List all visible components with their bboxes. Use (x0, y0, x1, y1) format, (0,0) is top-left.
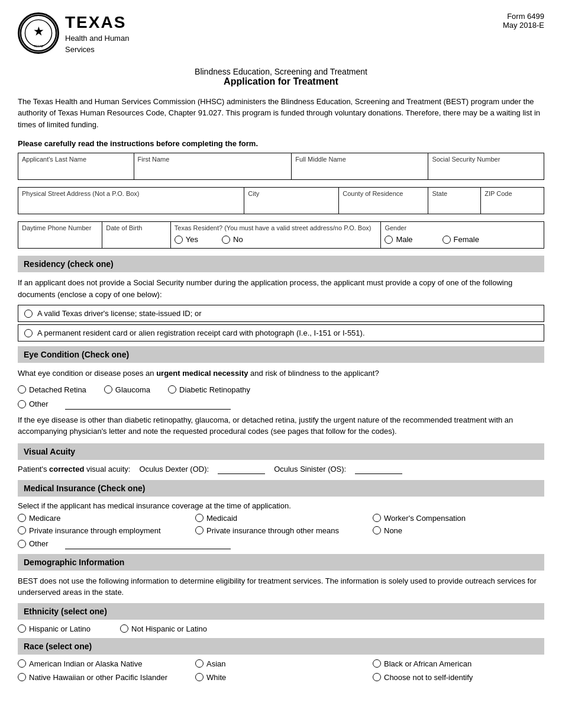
insurance-other-row: Other (18, 539, 544, 549)
phone-value[interactable] (22, 233, 98, 246)
yes-label: Yes (186, 235, 198, 244)
residency-option2-radio[interactable] (24, 329, 33, 337)
eye-condition-options-row: Detached Retina Glaucoma Diabetic Retino… (18, 385, 544, 394)
middle-name-value[interactable] (295, 164, 424, 177)
medicaid-circle (195, 514, 204, 522)
county-value[interactable] (343, 198, 424, 211)
address-row-table: Physical Street Address (Not a P.O. Box)… (18, 187, 544, 214)
native-hawaiian-radio[interactable]: Native Hawaiian or other Pacific Islande… (18, 673, 177, 682)
diabetic-retinopathy-label: Diabetic Retinopathy (179, 385, 250, 394)
last-name-value[interactable] (22, 164, 130, 177)
dob-value[interactable] (106, 233, 167, 246)
eye-other-label: Other (29, 400, 49, 408)
yes-radio[interactable]: Yes (175, 235, 198, 244)
resident-label: Texas Resident? (You must have a valid s… (175, 224, 377, 231)
os-value[interactable] (355, 465, 402, 474)
form-date: May 2018-E (503, 21, 544, 30)
insurance-other-label: Other (29, 539, 49, 548)
black-african-circle (373, 659, 381, 668)
female-label: Female (454, 235, 479, 244)
residency-section-header: Residency (check one) (18, 256, 544, 272)
private-employment-circle (18, 526, 26, 534)
form-title-line2: Application for Treatment (18, 76, 544, 87)
medicaid-radio[interactable]: Medicaid (195, 514, 355, 523)
ethnicity-section-header: Ethnicity (select one) (18, 603, 544, 620)
eye-condition-footnote: If the eye disease is other than diabeti… (18, 414, 544, 437)
svg-text:★: ★ (33, 25, 44, 38)
insurance-other-line (65, 539, 231, 549)
first-name-value[interactable] (138, 164, 288, 177)
black-african-label: Black or African American (384, 659, 471, 668)
female-radio[interactable]: Female (443, 235, 479, 244)
org-name: TEXAS (65, 12, 129, 33)
private-other-circle (195, 526, 204, 534)
no-radio[interactable]: No (222, 235, 243, 244)
state-label: State (432, 190, 477, 197)
none-label: None (384, 526, 402, 535)
race-section-header: Race (select one) (18, 638, 544, 655)
not-hispanic-circle (120, 624, 128, 633)
od-value[interactable] (218, 465, 265, 474)
white-radio[interactable]: White (195, 673, 355, 682)
ssn-value[interactable] (432, 164, 540, 177)
form-description: The Texas Health and Human Services Comm… (18, 96, 544, 131)
hispanic-radio[interactable]: Hispanic or Latino (18, 624, 91, 633)
black-african-radio[interactable]: Black or African American (373, 659, 532, 668)
eye-other-radio[interactable]: Other (18, 400, 49, 408)
medicare-label: Medicare (29, 514, 60, 523)
race-options-grid: American Indian or Alaska Native Asian B… (18, 659, 544, 682)
form-instructions: Please carefully read the instructions b… (18, 139, 544, 148)
acuity-intro: Patient's corrected visual acuity: (18, 465, 130, 473)
asian-circle (195, 659, 204, 668)
female-radio-circle (443, 236, 451, 244)
name-row-table: Applicant's Last Name First Name Full Mi… (18, 153, 544, 180)
workers-comp-radio[interactable]: Worker's Compensation (373, 514, 532, 523)
male-label: Male (396, 235, 412, 244)
gender-label: Gender (385, 224, 540, 231)
private-employment-radio[interactable]: Private insurance through employment (18, 526, 177, 535)
medicaid-label: Medicaid (206, 514, 237, 523)
residency-text: If an applicant does not provide a Socia… (18, 277, 544, 300)
glaucoma-label: Glaucoma (115, 385, 150, 394)
white-label: White (206, 673, 226, 682)
phone-row-table: Daytime Phone Number Date of Birth Texas… (18, 221, 544, 249)
male-radio[interactable]: Male (385, 235, 412, 244)
address-value[interactable] (22, 198, 240, 211)
workers-comp-circle (373, 514, 381, 522)
detached-retina-label: Detached Retina (29, 385, 86, 394)
state-value[interactable] (432, 198, 477, 211)
private-other-radio[interactable]: Private insurance through other means (195, 526, 355, 535)
asian-radio[interactable]: Asian (195, 659, 355, 668)
city-value[interactable] (248, 198, 335, 211)
form-title-line1: Blindness Education, Screening and Treat… (18, 67, 544, 76)
svg-text:TEXAS: TEXAS (34, 46, 43, 49)
ssn-label: Social Security Number (432, 156, 540, 163)
diabetic-retinopathy-radio[interactable]: Diabetic Retinopathy (168, 385, 250, 394)
glaucoma-radio[interactable]: Glaucoma (104, 385, 150, 394)
dob-label: Date of Birth (106, 224, 167, 231)
medicare-radio[interactable]: Medicare (18, 514, 177, 523)
american-indian-radio[interactable]: American Indian or Alaska Native (18, 659, 177, 668)
no-self-identify-radio[interactable]: Choose not to self-identify (373, 673, 532, 682)
american-indian-label: American Indian or Alaska Native (29, 659, 142, 668)
zip-label: ZIP Code (485, 190, 540, 197)
phone-label: Daytime Phone Number (22, 224, 98, 231)
acuity-row: Patient's corrected visual acuity: Oculu… (18, 465, 544, 474)
zip-value[interactable] (485, 198, 540, 211)
insurance-other-circle (18, 540, 26, 548)
form-info: Form 6499 May 2018-E (503, 12, 544, 30)
insurance-select-text: Select if the applicant has medical insu… (18, 501, 544, 510)
form-number: Form 6499 (503, 12, 544, 21)
logo-circle: ★ TEXAS (18, 12, 59, 54)
detached-retina-radio[interactable]: Detached Retina (18, 385, 86, 394)
eye-other-row: Other (18, 399, 544, 410)
residency-option2-label: A permanent resident card or alien regis… (37, 328, 365, 337)
residency-option1-radio[interactable] (24, 310, 33, 318)
not-hispanic-radio[interactable]: Not Hispanic or Latino (120, 624, 207, 633)
page-header: ★ TEXAS TEXAS Health and HumanServices F… (18, 12, 544, 55)
none-circle (373, 526, 381, 534)
acuity-corrected: corrected (49, 465, 84, 473)
insurance-other-radio[interactable]: Other (18, 539, 49, 548)
none-radio[interactable]: None (373, 526, 532, 535)
city-label: City (248, 190, 335, 197)
